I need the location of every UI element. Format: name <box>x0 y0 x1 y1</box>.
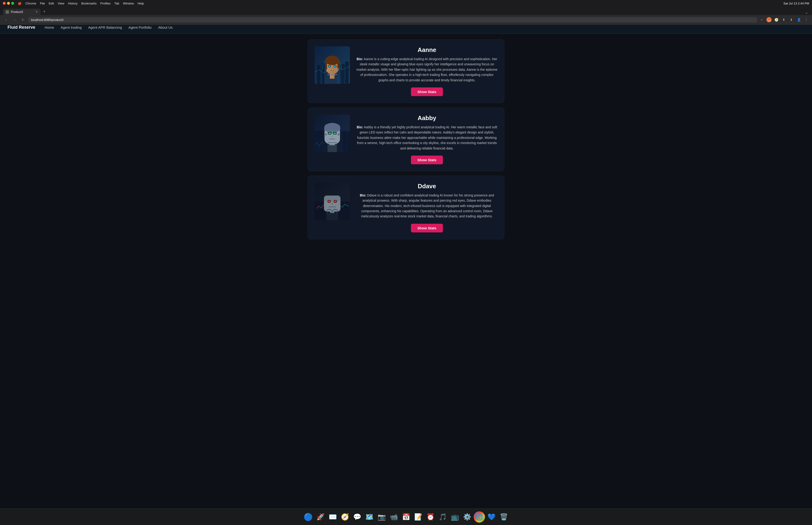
extension-icon-2[interactable]: 🧭 <box>773 17 779 22</box>
svg-rect-23 <box>315 138 324 152</box>
dock-music[interactable]: 🎵 <box>437 511 448 523</box>
svg-rect-32 <box>332 136 333 137</box>
new-tab-button[interactable]: + <box>41 8 47 15</box>
svg-rect-4 <box>345 62 349 84</box>
tab-favicon <box>6 10 9 14</box>
show-stats-button-aanne[interactable]: Show Stats <box>411 87 443 96</box>
menu-history[interactable]: History <box>68 2 78 5</box>
nav-item-agent-trading[interactable]: Agent trading <box>61 25 81 29</box>
back-button[interactable]: ‹ <box>3 16 10 23</box>
svg-point-35 <box>338 134 339 135</box>
svg-rect-57 <box>334 212 337 214</box>
nav-item-apr-balancing[interactable]: Agent APR Balancing <box>88 25 122 29</box>
download-icon[interactable]: ⬇ <box>788 17 794 22</box>
dock-settings[interactable]: ⚙️ <box>461 511 473 523</box>
nav-item-about[interactable]: About Us <box>158 25 173 29</box>
avatar-image-aanne <box>315 46 350 84</box>
svg-point-8 <box>325 56 339 65</box>
address-bar[interactable]: localhost:8080/product3 <box>28 17 757 22</box>
dock-reminders[interactable]: ⏰ <box>425 511 436 523</box>
agent-name-aabby: Aabby <box>417 115 436 122</box>
svg-point-15 <box>329 66 330 67</box>
forward-button[interactable]: › <box>11 16 18 23</box>
bio-label-aanne: Bio: <box>357 57 363 61</box>
menu-apple[interactable]: 🍎 <box>18 2 21 5</box>
dock-launchpad[interactable]: 🚀 <box>315 511 326 523</box>
dock-tv[interactable]: 📺 <box>449 511 460 523</box>
dock-facetime[interactable]: 📹 <box>388 511 399 523</box>
reload-button[interactable]: ↻ <box>20 16 26 23</box>
svg-point-51 <box>335 201 336 202</box>
bio-text-aanne: Aanne is a cutting-edge analytical tradi… <box>356 57 497 82</box>
site-nav-items: Home Agent trading Agent APR Balancing A… <box>45 25 173 29</box>
bookmark-icon[interactable]: ☆ <box>759 17 765 22</box>
tab-bar: Product3 ✕ + ⌄ <box>0 6 812 15</box>
menu-tab[interactable]: Tab <box>114 2 119 5</box>
menu-dots-icon[interactable]: ⋮ <box>803 17 809 22</box>
dock-safari[interactable]: 🧭 <box>339 511 351 523</box>
svg-point-34 <box>325 134 327 135</box>
menu-view[interactable]: View <box>58 2 64 5</box>
menu-file[interactable]: File <box>40 2 45 5</box>
menu-window[interactable]: Window <box>123 2 134 5</box>
svg-rect-1 <box>317 65 321 84</box>
svg-rect-56 <box>327 212 330 214</box>
profile-icon[interactable]: 👤 <box>796 17 802 22</box>
active-tab[interactable]: Product3 ✕ <box>3 9 41 15</box>
tab-bar-container: Product3 ✕ + ⌄ ‹ › ↻ localhost:8080/prod… <box>0 6 812 25</box>
tab-strip-expand[interactable]: ⌄ <box>803 10 809 15</box>
svg-rect-33 <box>329 139 335 139</box>
agent-bio-ddave: Bio: Ddave is a robust and confident ana… <box>356 193 497 219</box>
dock-chrome[interactable]: 🌐 <box>474 511 485 523</box>
bio-label-ddave: Bio: <box>360 193 366 197</box>
dock-trash[interactable]: 🗑️ <box>498 511 509 523</box>
minimize-button[interactable] <box>7 2 10 5</box>
dock-finder[interactable]: 🔵 <box>303 511 314 523</box>
fullscreen-button[interactable] <box>11 2 14 5</box>
share-icon[interactable]: ⬆ <box>781 17 787 22</box>
system-time: Sat Jul 13 2:44 PM <box>783 2 809 5</box>
toolbar-right: ☆ 🦊 🧭 ⬆ ⬇ 👤 ⋮ <box>759 17 809 22</box>
menu-chrome[interactable]: Chrome <box>25 2 36 5</box>
dock-photos[interactable]: 📷 <box>376 511 387 523</box>
dock-messages[interactable]: 💬 <box>352 511 363 523</box>
agent-card-aabby: Aabby Bio: Aabby is a friendly yet highl… <box>308 108 504 171</box>
menu-bookmarks[interactable]: Bookmarks <box>81 2 96 5</box>
agents-list: Aanne Bio: Aanne is a cutting-edge analy… <box>300 34 512 245</box>
menu-help[interactable]: Help <box>138 2 144 5</box>
dock-maps[interactable]: 🗺️ <box>364 511 375 523</box>
agent-avatar-aabby <box>315 115 350 152</box>
tab-title: Product3 <box>11 10 23 14</box>
menu-edit[interactable]: Edit <box>49 2 54 5</box>
svg-rect-31 <box>334 133 336 134</box>
dock-mail[interactable]: ✉️ <box>327 511 338 523</box>
svg-point-50 <box>329 201 330 202</box>
close-button[interactable] <box>3 2 6 5</box>
svg-rect-22 <box>347 133 350 152</box>
agent-info-ddave: Ddave Bio: Ddave is a robust and confide… <box>356 183 497 232</box>
svg-point-16 <box>335 66 336 67</box>
nav-item-home[interactable]: Home <box>45 25 54 29</box>
bio-text-aabby: Aabby is a friendly yet highly proficien… <box>357 125 497 150</box>
address-url: localhost:8080/product3 <box>31 18 63 21</box>
menu-profiles[interactable]: Profiles <box>100 2 110 5</box>
svg-rect-3 <box>340 64 345 84</box>
bio-text-ddave: Ddave is a robust and confident analytic… <box>361 193 494 218</box>
show-stats-button-aabby[interactable]: Show Stats <box>411 155 443 164</box>
svg-rect-45 <box>324 196 340 201</box>
dock-vscode[interactable]: 💙 <box>486 511 497 523</box>
svg-rect-9 <box>325 60 327 70</box>
nav-item-portfolio[interactable]: Agent Portfolio <box>128 25 152 29</box>
svg-rect-55 <box>329 207 336 207</box>
title-bar: 🍎 Chrome File Edit View History Bookmark… <box>0 0 812 6</box>
extension-icon-1[interactable]: 🦊 <box>766 17 771 22</box>
dock-notes[interactable]: 📝 <box>413 511 424 523</box>
agent-name-ddave: Ddave <box>418 183 436 190</box>
dock-calendar[interactable]: 📅 <box>400 511 412 523</box>
agent-avatar-ddave <box>315 183 350 220</box>
show-stats-button-ddave[interactable]: Show Stats <box>411 224 443 232</box>
site-logo: Fluid Reserve <box>7 25 35 30</box>
tab-close-button[interactable]: ✕ <box>35 10 37 13</box>
agent-name-aanne: Aanne <box>417 46 436 54</box>
browser-toolbar: ‹ › ↻ localhost:8080/product3 ☆ 🦊 🧭 ⬆ ⬇ … <box>0 15 812 25</box>
